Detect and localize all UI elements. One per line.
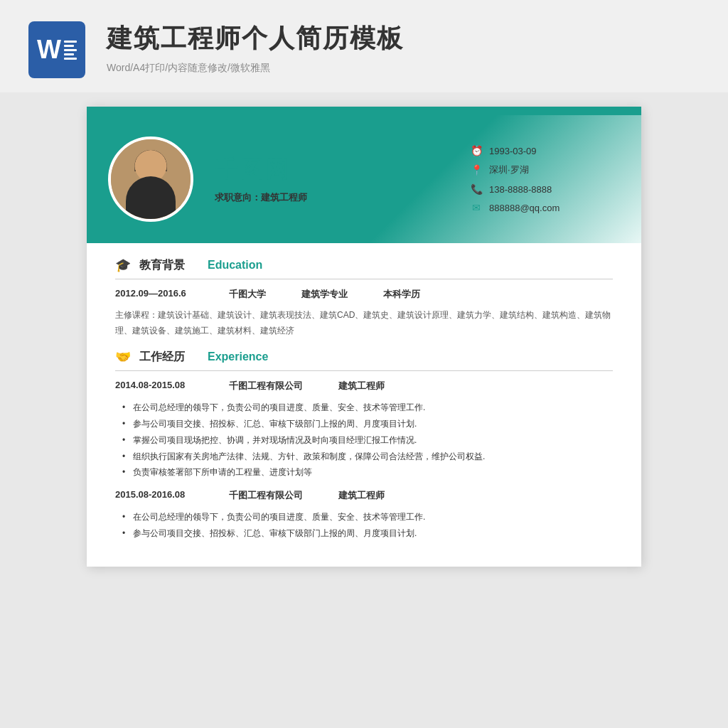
- word-line: [64, 41, 77, 43]
- top-bar: [87, 107, 641, 115]
- person-body: [126, 176, 176, 219]
- header-text: 建筑工程师个人简历模板 Word/A4打印/内容随意修改/微软雅黑: [107, 21, 404, 75]
- work-row-2: 2015.08-2016.08 千图工程有限公司 建筑工程师: [115, 489, 613, 502]
- list-item: 在公司总经理的领导下，负责公司的项目进度、质量、安全、技术等管理工作.: [122, 400, 613, 416]
- profile-job: 求职意向：建筑工程师: [215, 191, 449, 204]
- edu-date: 2012.09—2016.6: [115, 288, 208, 301]
- edu-school: 千图大学: [229, 288, 266, 301]
- info-email: ✉ 888888@qq.com: [471, 202, 613, 213]
- list-item: 组织执行国家有关房地产法律、法规、方针、政策和制度，保障公司合法经营，维护公司权…: [122, 449, 613, 465]
- info-location: 📍 深圳·罗湖: [471, 164, 613, 176]
- word-line: [64, 49, 77, 51]
- course-content: 建筑设计基础、建筑设计、建筑表现技法、建筑CAD、建筑史、建筑设计原理、建筑力学…: [115, 310, 611, 336]
- profile-name: 千图网: [215, 154, 449, 186]
- sub-title: Word/A4打印/内容随意修改/微软雅黑: [107, 62, 404, 75]
- profile-section: 千图网 求职意向：建筑工程师 ⏰ 1993-03-09 📍 深圳·罗湖 📞 13…: [87, 115, 641, 243]
- education-title-cn: 教育背景: [139, 258, 185, 273]
- work-company-1: 千图工程有限公司: [229, 380, 303, 392]
- location-icon: 📍: [471, 164, 482, 176]
- list-item: 掌握公司项目现场把控、协调，并对现场情况及时向项目经理汇报工作情况.: [122, 432, 613, 449]
- edu-row: 2012.09—2016.6 千图大学 建筑学专业 本科学历: [115, 288, 613, 301]
- education-title-en: Education: [208, 259, 262, 272]
- email-value: 888888@qq.com: [489, 203, 560, 213]
- work-title-2: 建筑工程师: [338, 489, 385, 502]
- page-header: W 建筑工程师个人简历模板 Word/A4打印/内容随意修改/微软雅黑: [0, 0, 728, 92]
- experience-section: 🤝 工作经历 Experience 2014.08-2015.08 千图工程有限…: [115, 349, 613, 542]
- word-line: [64, 53, 74, 55]
- phone-icon: 📞: [471, 183, 482, 195]
- handshake-icon: 🤝: [115, 349, 131, 365]
- education-section: 🎓 教育背景 Education 2012.09—2016.6 千图大学 建筑学…: [115, 257, 613, 338]
- experience-title-en: Experience: [208, 350, 268, 363]
- word-lines: [64, 41, 77, 60]
- word-line: [64, 45, 74, 47]
- work-date-1: 2014.08-2015.08: [115, 380, 208, 392]
- list-item: 参与公司项目交接、招投标、汇总、审核下级部门上报的周、月度项目计划.: [122, 525, 613, 542]
- clock-icon: ⏰: [471, 145, 482, 156]
- info-phone: 📞 138-8888-8888: [471, 183, 613, 195]
- profile-info: ⏰ 1993-03-09 📍 深圳·罗湖 📞 138-8888-8888 ✉ 8…: [471, 145, 613, 213]
- person-silhouette: [111, 139, 191, 219]
- bullet-list-2: 在公司总经理的领导下，负责公司的项目进度、质量、安全、技术等管理工作. 参与公司…: [115, 509, 613, 542]
- work-row-1: 2014.08-2015.08 千图工程有限公司 建筑工程师: [115, 380, 613, 392]
- email-icon: ✉: [471, 202, 482, 213]
- education-header: 🎓 教育背景 Education: [115, 257, 613, 279]
- course-text: 主修课程：建筑设计基础、建筑设计、建筑表现技法、建筑CAD、建筑史、建筑设计原理…: [115, 308, 613, 338]
- list-item: 在公司总经理的领导下，负责公司的项目进度、质量、安全、技术等管理工作.: [122, 509, 613, 525]
- date-value: 1993-03-09: [489, 146, 537, 156]
- info-date: ⏰ 1993-03-09: [471, 145, 613, 156]
- job-label: 求职意向：: [215, 192, 261, 203]
- work-title-1: 建筑工程师: [338, 380, 385, 392]
- edu-major: 建筑学专业: [301, 288, 348, 301]
- profile-photo: [108, 136, 193, 222]
- main-title: 建筑工程师个人简历模板: [107, 21, 404, 56]
- list-item: 参与公司项目交接、招投标、汇总、审核下级部门上报的周、月度项目计划.: [122, 416, 613, 432]
- phone-value: 138-8888-8888: [489, 184, 552, 195]
- word-line: [64, 58, 77, 60]
- word-letter: W: [37, 35, 61, 65]
- graduation-icon: 🎓: [115, 257, 131, 273]
- job-value: 建筑工程师: [261, 192, 307, 203]
- word-icon: W: [28, 21, 85, 78]
- profile-name-area: 千图网 求职意向：建筑工程师: [215, 154, 449, 204]
- resume-card: 千图网 求职意向：建筑工程师 ⏰ 1993-03-09 📍 深圳·罗湖 📞 13…: [87, 107, 641, 567]
- course-label: 主修课程：: [115, 310, 158, 320]
- edu-degree: 本科学历: [383, 288, 420, 301]
- experience-header: 🤝 工作经历 Experience: [115, 349, 613, 371]
- work-company-2: 千图工程有限公司: [229, 489, 303, 502]
- location-value: 深圳·罗湖: [489, 164, 529, 176]
- bullet-list-1: 在公司总经理的领导下，负责公司的项目进度、质量、安全、技术等管理工作. 参与公司…: [115, 400, 613, 481]
- experience-title-cn: 工作经历: [139, 350, 185, 365]
- list-item: 负责审核签署部下所申请的工程量、进度计划等: [122, 464, 613, 481]
- work-date-2: 2015.08-2016.08: [115, 489, 208, 502]
- resume-body: 🎓 教育背景 Education 2012.09—2016.6 千图大学 建筑学…: [87, 243, 641, 567]
